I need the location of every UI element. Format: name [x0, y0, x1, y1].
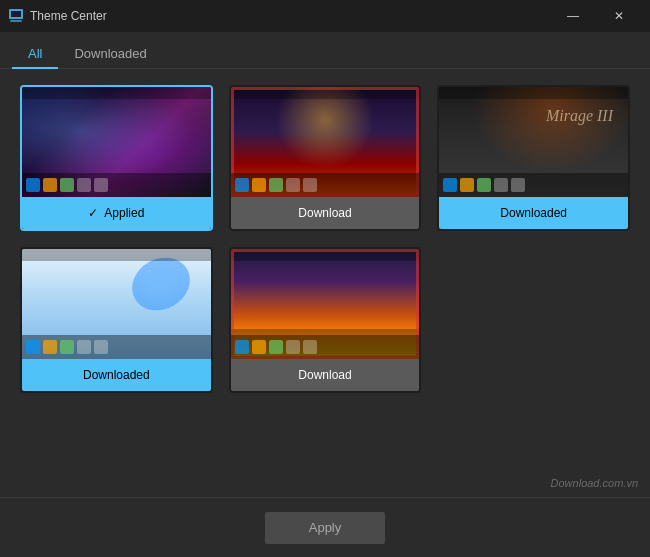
preview-icon [303, 340, 317, 354]
preview-topbar [231, 249, 420, 261]
preview-icon [252, 340, 266, 354]
check-icon: ✓ [88, 206, 98, 220]
preview-taskbar-2 [231, 173, 420, 197]
preview-icon [511, 178, 525, 192]
theme-label-4: Downloaded [22, 359, 211, 391]
preview-icon [26, 340, 40, 354]
preview-icon [77, 178, 91, 192]
preview-taskbar-3 [439, 173, 628, 197]
theme-preview-1 [22, 87, 211, 197]
title-bar-controls: — ✕ [550, 0, 642, 32]
theme-label-5: Download [231, 359, 420, 391]
preview-topbar [231, 87, 420, 99]
preview-topbar [439, 87, 628, 99]
preview-icon [94, 340, 108, 354]
tab-all[interactable]: All [12, 40, 58, 69]
theme-preview-2 [231, 87, 420, 197]
preview-topbar [22, 249, 211, 261]
preview-icon [43, 340, 57, 354]
theme-card-1[interactable]: ✓ Applied [20, 85, 213, 231]
preview-icon [252, 178, 266, 192]
bottom-bar: Apply [0, 497, 650, 557]
preview-topbar [22, 87, 211, 99]
preview-taskbar-4 [22, 335, 211, 359]
preview-taskbar-5 [231, 335, 420, 359]
preview-icon [235, 178, 249, 192]
theme-label-2: Download [231, 197, 420, 229]
theme-label-1: ✓ Applied [22, 197, 211, 229]
preview-icon [60, 178, 74, 192]
minimize-button[interactable]: — [550, 0, 596, 32]
tab-downloaded[interactable]: Downloaded [58, 40, 162, 69]
mirage-text: Mirage III [546, 107, 613, 125]
theme-card-3[interactable]: Mirage III Downloaded [437, 85, 630, 231]
theme-content: ✓ Applied Download [0, 69, 650, 497]
preview-icon [235, 340, 249, 354]
theme-preview-4 [22, 249, 211, 359]
apply-button[interactable]: Apply [265, 512, 385, 544]
close-button[interactable]: ✕ [596, 0, 642, 32]
theme-preview-5 [231, 249, 420, 359]
preview-taskbar-1 [22, 173, 211, 197]
preview-icon [443, 178, 457, 192]
preview-icon [269, 340, 283, 354]
preview-icon [26, 178, 40, 192]
preview-icon [286, 340, 300, 354]
title-bar-text: Theme Center [30, 9, 550, 23]
watermark: Download.com.vn [551, 477, 638, 489]
preview-icon [494, 178, 508, 192]
app-icon [8, 8, 24, 24]
theme-preview-3: Mirage III [439, 87, 628, 197]
preview-icon [60, 340, 74, 354]
title-bar: Theme Center — ✕ [0, 0, 650, 32]
theme-card-2[interactable]: Download [229, 85, 422, 231]
tabs-bar: All Downloaded [0, 32, 650, 69]
svg-rect-1 [11, 11, 21, 17]
preview-icon [43, 178, 57, 192]
preview-icon [77, 340, 91, 354]
theme-label-3: Downloaded [439, 197, 628, 229]
preview-icon [477, 178, 491, 192]
preview-icon [303, 178, 317, 192]
theme-card-4[interactable]: Downloaded [20, 247, 213, 393]
preview-icon [269, 178, 283, 192]
preview-icon [286, 178, 300, 192]
svg-rect-2 [10, 20, 22, 22]
preview-icon [94, 178, 108, 192]
theme-grid: ✓ Applied Download [20, 85, 630, 393]
theme-card-5[interactable]: Download [229, 247, 422, 393]
preview-icon [460, 178, 474, 192]
